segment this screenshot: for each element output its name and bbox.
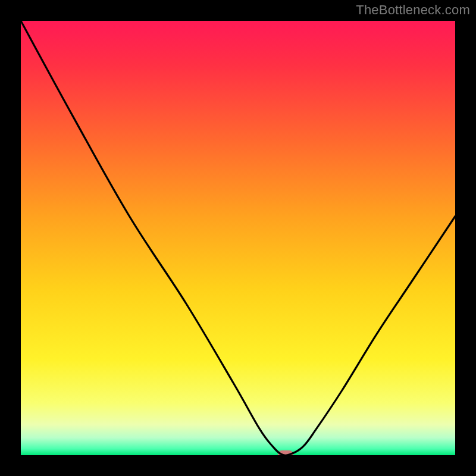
watermark-text: TheBottleneck.com [356,2,470,18]
plot-area [21,21,455,455]
curve-path [21,21,455,455]
bottleneck-curve [21,21,455,455]
chart-frame: TheBottleneck.com [0,0,476,476]
